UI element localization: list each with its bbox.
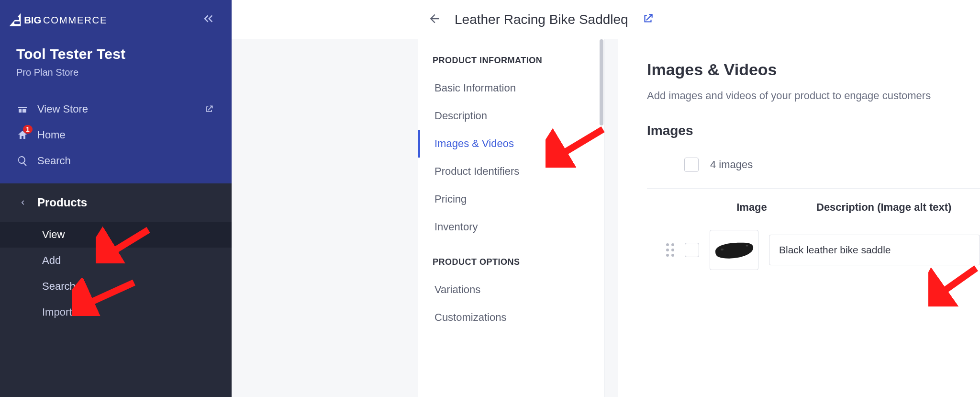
svg-rect-0 bbox=[14, 17, 19, 20]
svg-text:BIG: BIG bbox=[24, 15, 41, 25]
content-title: Images & Videos bbox=[647, 60, 980, 79]
column-header-image: Image bbox=[706, 201, 797, 214]
arrow-left-icon bbox=[428, 12, 441, 25]
section-link-images-videos[interactable]: Images & Videos bbox=[418, 130, 604, 158]
store-name: Tool Tester Test bbox=[16, 46, 215, 62]
back-button[interactable] bbox=[428, 12, 441, 27]
brand-logo: BIG COMMERCE bbox=[9, 11, 114, 29]
products-subnav-import[interactable]: Import bbox=[0, 299, 232, 325]
bigcommerce-logo-icon: BIG COMMERCE bbox=[9, 11, 114, 29]
image-row bbox=[647, 224, 980, 276]
chevron-double-left-icon bbox=[201, 11, 215, 26]
search-icon bbox=[16, 155, 29, 167]
image-table-header: Image Description (Image alt text) bbox=[647, 201, 980, 224]
open-external-button[interactable] bbox=[642, 12, 654, 27]
svg-rect-1 bbox=[14, 21, 20, 24]
section-group-product-options: PRODUCT OPTIONS bbox=[418, 253, 604, 276]
nav-home[interactable]: 1 Home bbox=[0, 122, 232, 148]
section-nav: PRODUCT INFORMATION Basic Information De… bbox=[418, 39, 605, 397]
image-thumbnail[interactable] bbox=[710, 230, 758, 270]
products-nav-block: Products View Add Search Import bbox=[0, 183, 232, 397]
image-row-checkbox[interactable] bbox=[685, 243, 699, 257]
svg-text:COMMERCE: COMMERCE bbox=[43, 15, 107, 25]
page-title: Leather Racing Bike Saddleq bbox=[455, 12, 628, 27]
logo-row: BIG COMMERCE bbox=[0, 0, 232, 34]
store-plan: Pro Plan Store bbox=[16, 67, 215, 78]
nav-products[interactable]: Products bbox=[0, 183, 232, 222]
column-header-description: Description (Image alt text) bbox=[816, 201, 980, 214]
nav-search[interactable]: Search bbox=[0, 148, 232, 174]
nav-label: Home bbox=[37, 129, 66, 141]
select-all-checkbox[interactable] bbox=[684, 158, 699, 172]
images-count-label: 4 images bbox=[710, 159, 753, 171]
external-link-icon bbox=[642, 12, 654, 25]
nav-label: Products bbox=[37, 196, 87, 209]
external-link-icon bbox=[203, 103, 215, 115]
nav-view-store[interactable]: View Store bbox=[0, 96, 232, 122]
drag-handle-icon[interactable] bbox=[666, 243, 674, 257]
products-subnav-view[interactable]: View bbox=[0, 222, 232, 248]
section-group-product-information: PRODUCT INFORMATION bbox=[418, 52, 604, 74]
images-count-row: 4 images bbox=[647, 153, 980, 189]
topbar: Leather Racing Bike Saddleq bbox=[232, 0, 980, 39]
section-link-basic-information[interactable]: Basic Information bbox=[418, 74, 604, 102]
chevron-left-icon bbox=[16, 196, 29, 209]
sidebar: BIG COMMERCE Tool Tester Test Pro Plan S… bbox=[0, 0, 232, 397]
section-link-product-identifiers[interactable]: Product Identifiers bbox=[418, 158, 604, 185]
section-link-variations[interactable]: Variations bbox=[418, 276, 604, 304]
nav-label: Search bbox=[37, 155, 71, 167]
store-info: Tool Tester Test Pro Plan Store bbox=[0, 34, 232, 88]
bike-saddle-icon bbox=[713, 238, 756, 262]
svg-point-5 bbox=[746, 245, 748, 247]
scrollbar-thumb[interactable] bbox=[600, 39, 603, 125]
workspace: PRODUCT INFORMATION Basic Information De… bbox=[232, 39, 980, 397]
collapse-sidebar-button[interactable] bbox=[201, 11, 215, 28]
section-link-inventory[interactable]: Inventory bbox=[418, 213, 604, 241]
home-badge: 1 bbox=[23, 125, 33, 134]
main: Leather Racing Bike Saddleq PRODUCT INFO… bbox=[232, 0, 980, 397]
content-panel: Images & Videos Add images and videos of… bbox=[618, 39, 980, 397]
primary-nav: View Store 1 Home Search bbox=[0, 96, 232, 174]
storefront-icon bbox=[16, 103, 29, 115]
section-link-description[interactable]: Description bbox=[418, 102, 604, 130]
products-subnav-search[interactable]: Search bbox=[0, 273, 232, 299]
images-heading: Images bbox=[647, 123, 980, 138]
svg-point-4 bbox=[721, 249, 724, 250]
section-link-customizations[interactable]: Customizations bbox=[418, 304, 604, 331]
section-link-pricing[interactable]: Pricing bbox=[418, 185, 604, 213]
alt-text-input[interactable] bbox=[769, 235, 980, 265]
nav-label: View Store bbox=[37, 103, 88, 115]
content-description: Add images and videos of your product to… bbox=[647, 90, 980, 102]
products-subnav-add[interactable]: Add bbox=[0, 248, 232, 273]
